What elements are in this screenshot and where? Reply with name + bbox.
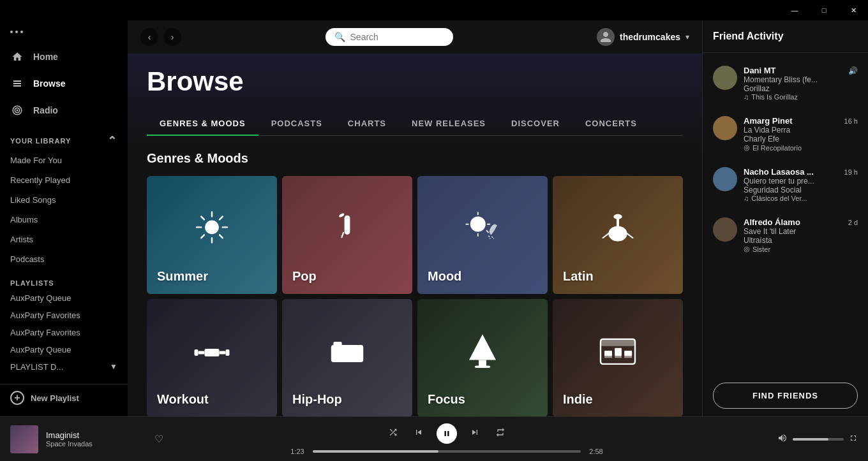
user-menu[interactable]: thedrumcakes ▾ — [597, 28, 689, 46]
mood-label: Mood — [428, 269, 461, 284]
search-input[interactable] — [350, 32, 444, 42]
sidebar-item-albums[interactable]: Albums — [0, 210, 128, 230]
svg-rect-10 — [345, 215, 350, 234]
library-collapse[interactable]: ⌃ — [107, 134, 117, 148]
user-avatar — [597, 28, 615, 46]
tab-genres-moods[interactable]: GENRES & MOODS — [147, 112, 258, 136]
svg-rect-37 — [351, 348, 359, 349]
volume-icon[interactable] — [777, 433, 788, 445]
sidebar-scrollable: Made For You Recently Played Liked Songs… — [0, 150, 128, 384]
genre-card-workout[interactable]: Workout — [147, 299, 277, 416]
maximize-button[interactable]: □ — [809, 0, 839, 20]
control-buttons — [385, 423, 508, 444]
friend-top-row: Dani MT 🔊 — [744, 66, 858, 75]
menu-dots[interactable] — [0, 26, 128, 43]
playlist-item-auxparty-favorites-2[interactable]: AuxParty Favorites — [0, 324, 128, 341]
svg-rect-48 — [615, 356, 622, 358]
previous-button[interactable] — [411, 425, 426, 443]
svg-rect-29 — [205, 349, 220, 356]
player-controls: 1:23 2:58 — [170, 423, 724, 455]
search-icon: 🔍 — [334, 32, 345, 42]
genre-card-pop[interactable]: Pop — [282, 176, 412, 294]
svg-rect-36 — [336, 348, 343, 349]
main-content: ‹ › 🔍 thedrumcakes ▾ Browse GENRES & MOO… — [128, 20, 702, 416]
forward-button[interactable]: › — [163, 28, 181, 46]
tab-new-releases[interactable]: NEW RELEASES — [399, 112, 498, 136]
hiphop-icon — [328, 333, 366, 375]
summer-label: Summer — [157, 269, 208, 284]
svg-point-34 — [336, 350, 343, 358]
sidebar-item-liked-songs[interactable]: Liked Songs — [0, 190, 128, 210]
friend-playlist-dani: ♫ This Is Gorillaz — [744, 93, 858, 101]
latin-icon — [601, 208, 636, 253]
playlist-item-auxparty-queue-1[interactable]: AuxParty Queue — [0, 289, 128, 307]
playlist-item-playlist-d[interactable]: PLAYLIST D... ▼ — [0, 358, 128, 376]
sidebar-item-browse[interactable]: Browse — [0, 70, 128, 97]
genre-card-latin[interactable]: Latin — [553, 176, 683, 294]
fullscreen-button[interactable] — [849, 434, 858, 444]
svg-rect-45 — [615, 348, 622, 356]
friend-playlist-nacho: ♫ Clásicos del Ver... — [744, 194, 858, 202]
sidebar-item-artists[interactable]: Artists — [0, 230, 128, 249]
sidebar-item-podcasts[interactable]: Podcasts — [0, 249, 128, 269]
search-bar[interactable]: 🔍 — [326, 28, 453, 46]
total-time: 2:58 — [586, 448, 606, 455]
workout-label: Workout — [157, 392, 209, 407]
track-info: Imaginist Space Invadas — [46, 430, 147, 448]
friend-info-alfredo-alamo: Alfredo Álamo 2 d Save It 'til Later Ult… — [744, 217, 858, 253]
svg-line-7 — [220, 235, 223, 238]
shuffle-button[interactable] — [385, 425, 401, 443]
genre-card-indie[interactable]: Indie — [553, 299, 683, 416]
svg-rect-28 — [198, 351, 205, 354]
volume-bar[interactable] — [793, 438, 844, 441]
nav-arrows: ‹ › — [140, 28, 181, 46]
like-button[interactable]: ♡ — [154, 433, 163, 445]
plus-circle-icon: + — [10, 391, 24, 405]
back-button[interactable]: ‹ — [140, 28, 158, 46]
tab-podcasts[interactable]: PODCASTS — [258, 112, 335, 136]
friend-top-row: Amarg Pinet 16 h — [744, 116, 858, 126]
player-right — [730, 433, 858, 445]
sidebar-item-radio[interactable]: Radio — [0, 97, 128, 124]
svg-rect-43 — [601, 339, 635, 346]
svg-line-9 — [201, 235, 204, 238]
minimize-button[interactable]: — — [780, 0, 809, 20]
tab-charts[interactable]: CHARTS — [335, 112, 399, 136]
genre-card-focus[interactable]: Focus — [417, 299, 548, 416]
genre-card-summer[interactable]: Summer — [147, 176, 277, 294]
genre-card-mood[interactable]: Mood — [417, 176, 548, 294]
find-friends-button[interactable]: FIND FRIENDS — [713, 383, 858, 409]
pop-label: Pop — [292, 269, 317, 284]
friend-item-alfredo-alamo[interactable]: Alfredo Álamo 2 d Save It 'til Later Ult… — [703, 210, 868, 261]
circle-icon: ◎ — [744, 245, 750, 253]
repeat-button[interactable] — [493, 425, 508, 443]
sidebar-item-recently-played[interactable]: Recently Played — [0, 170, 128, 190]
genre-card-hiphop[interactable]: Hip-Hop — [282, 299, 412, 416]
next-button[interactable] — [467, 425, 483, 443]
player-bar: Imaginist Space Invadas ♡ 1:23 — [0, 416, 868, 461]
sidebar-item-made-for-you[interactable]: Made For You — [0, 150, 128, 170]
friend-item-dani-mt[interactable]: Dani MT 🔊 Momentary Bliss (fe... Gorilla… — [703, 58, 868, 108]
svg-line-19 — [491, 236, 494, 238]
svg-rect-22 — [617, 216, 619, 233]
new-playlist-button[interactable]: + New Playlist — [0, 384, 128, 411]
friend-item-amarg-pinet[interactable]: Amarg Pinet 16 h La Vida Perra Charly Ef… — [703, 108, 868, 159]
playlist-item-auxparty-queue-2[interactable]: AuxParty Queue — [0, 341, 128, 358]
sidebar-item-home[interactable]: Home — [0, 43, 128, 70]
genres-section-title: Genres & Moods — [147, 151, 683, 166]
playlist-item-auxparty-favorites-1[interactable]: AuxParty Favorites — [0, 307, 128, 324]
play-pause-button[interactable] — [437, 423, 457, 444]
topbar: ‹ › 🔍 thedrumcakes ▾ — [128, 20, 702, 54]
user-dropdown-arrow: ▾ — [685, 33, 689, 41]
svg-line-6 — [201, 216, 204, 219]
svg-line-8 — [220, 216, 223, 219]
progress-bar[interactable] — [313, 450, 581, 453]
hiphop-label: Hip-Hop — [292, 392, 342, 407]
svg-point-23 — [613, 214, 622, 219]
friend-item-nacho-lasaosa[interactable]: Nacho Lasaosa ... 19 h Quiero tener tu p… — [703, 159, 868, 210]
latin-label: Latin — [563, 269, 594, 284]
tab-discover[interactable]: DISCOVER — [498, 112, 572, 136]
close-button[interactable]: ✕ — [839, 0, 868, 20]
tab-concerts[interactable]: CONCERTS — [572, 112, 650, 136]
friend-avatar-amarg-pinet — [713, 116, 737, 140]
